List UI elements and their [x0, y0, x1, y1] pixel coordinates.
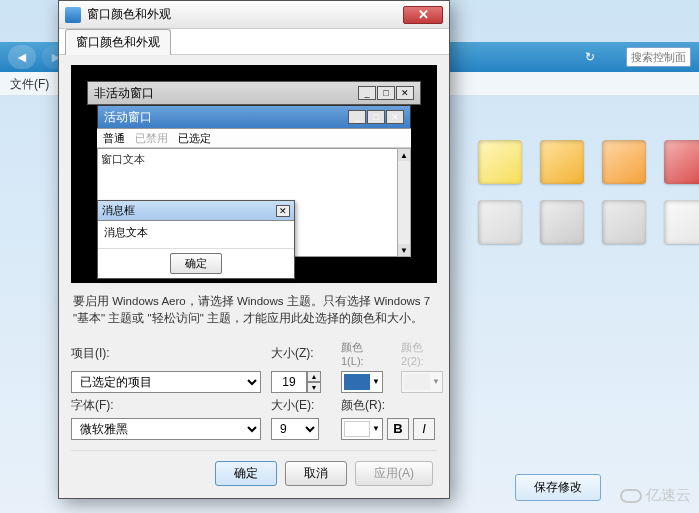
preview-pane: 非活动窗口 _ □ ✕ 活动窗口 _ □ ✕ 普通 已禁用 已选定 [71, 65, 437, 283]
search-input[interactable] [626, 47, 691, 67]
color1-picker[interactable]: ▼ [341, 371, 383, 393]
preview-inactive-title: 非活动窗口 [94, 85, 154, 102]
fcolor-label: 颜色(R): [341, 397, 451, 414]
file-menu[interactable]: 文件(F) [10, 77, 49, 91]
preview-scrollbar: ▲ ▼ [397, 148, 411, 257]
swatch-amber[interactable] [540, 140, 584, 184]
bold-button[interactable]: B [387, 418, 409, 440]
preview-inactive-window: 非活动窗口 _ □ ✕ [87, 81, 421, 105]
watermark-logo-icon [620, 489, 642, 503]
scroll-down-icon: ▼ [398, 244, 410, 256]
refresh-icon[interactable]: ↻ [580, 47, 600, 67]
close-icon: ✕ [386, 110, 404, 124]
msg-title: 消息框 [102, 203, 135, 218]
scroll-up-icon: ▲ [398, 149, 410, 161]
form-grid: 项目(I): 大小(Z): 颜色1(L): 颜色2(2): 已选定的项目 ▲▼ … [71, 340, 437, 440]
item-label: 项目(I): [71, 345, 261, 362]
preview-active-title: 活动窗口 [104, 109, 152, 126]
tabstrip: 窗口颜色和外观 [59, 29, 449, 55]
appearance-icon [65, 7, 81, 23]
dialog-buttons: 确定 取消 应用(A) [71, 450, 437, 486]
size-spinner[interactable]: ▲▼ [271, 371, 331, 393]
close-icon: ✕ [276, 205, 290, 217]
fsize-select[interactable]: 9 [271, 418, 319, 440]
msg-text: 消息文本 [98, 221, 294, 248]
color-header-2: 颜色 [401, 341, 423, 353]
min-icon: _ [348, 110, 366, 124]
dialog-title: 窗口颜色和外观 [87, 6, 403, 23]
fsize-label: 大小(E): [271, 397, 331, 414]
menu-selected: 已选定 [178, 131, 211, 146]
font-color-picker[interactable]: ▼ [341, 418, 383, 440]
min-icon: _ [358, 86, 376, 100]
save-changes-button[interactable]: 保存修改 [515, 474, 601, 501]
menu-disabled: 已禁用 [135, 131, 168, 146]
msg-ok-button: 确定 [170, 253, 222, 274]
aero-note: 要启用 Windows Aero，请选择 Windows 主题。只有选择 Win… [73, 293, 435, 328]
back-button[interactable]: ◄ [8, 45, 36, 69]
swatch-red[interactable] [664, 140, 699, 184]
preview-message-box: 消息框 ✕ 消息文本 确定 [97, 200, 295, 279]
swatch-grey-3[interactable] [602, 200, 646, 244]
swatch-grey-4[interactable] [664, 200, 699, 244]
appearance-dialog: 窗口颜色和外观 ✕ 窗口颜色和外观 非活动窗口 _ □ ✕ 活动窗口 _ □ ✕ [58, 0, 450, 499]
size-value[interactable] [271, 371, 307, 393]
apply-button: 应用(A) [355, 461, 433, 486]
close-icon: ✕ [396, 86, 414, 100]
spin-up-icon[interactable]: ▲ [307, 371, 321, 382]
max-icon: □ [367, 110, 385, 124]
color-header-1: 颜色 [341, 341, 363, 353]
swatch-orange[interactable] [602, 140, 646, 184]
preview-active-window: 活动窗口 _ □ ✕ [97, 105, 411, 129]
swatch-grey-1[interactable] [478, 200, 522, 244]
spin-down-icon[interactable]: ▼ [307, 382, 321, 393]
watermark-text: 亿速云 [646, 486, 691, 505]
size-label: 大小(Z): [271, 345, 331, 362]
tab-appearance[interactable]: 窗口颜色和外观 [65, 29, 171, 55]
max-icon: □ [377, 86, 395, 100]
preview-menubar: 普通 已禁用 已选定 [97, 128, 411, 148]
preview-window-text: 窗口文本 [101, 152, 145, 167]
font-select[interactable]: 微软雅黑 [71, 418, 261, 440]
swatch-yellow[interactable] [478, 140, 522, 184]
color2-picker: ▼ [401, 371, 443, 393]
dialog-titlebar[interactable]: 窗口颜色和外观 ✕ [59, 1, 449, 29]
font-label: 字体(F): [71, 397, 261, 414]
swatch-grey-2[interactable] [540, 200, 584, 244]
close-button[interactable]: ✕ [403, 6, 443, 24]
cancel-button[interactable]: 取消 [285, 461, 347, 486]
theme-swatch-row-2 [478, 200, 699, 244]
menu-normal: 普通 [103, 131, 125, 146]
item-select[interactable]: 已选定的项目 [71, 371, 261, 393]
ok-button[interactable]: 确定 [215, 461, 277, 486]
theme-swatch-row-1 [478, 140, 699, 184]
italic-button[interactable]: I [413, 418, 435, 440]
watermark: 亿速云 [620, 486, 691, 505]
